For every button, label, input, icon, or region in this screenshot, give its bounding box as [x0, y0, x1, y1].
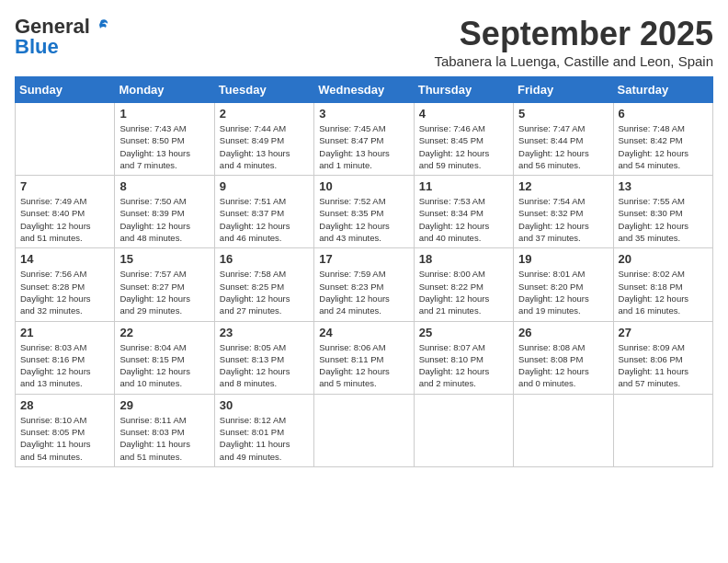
- day-number: 17: [319, 252, 408, 266]
- calendar-cell: 19Sunrise: 8:01 AMSunset: 8:20 PMDayligh…: [514, 248, 613, 321]
- day-info: Sunrise: 8:09 AMSunset: 8:06 PMDaylight:…: [619, 341, 708, 390]
- title-block: September 2025 Tabanera la Luenga, Casti…: [434, 15, 713, 69]
- day-number: 14: [20, 252, 109, 266]
- weekday-header-sunday: Sunday: [16, 77, 115, 103]
- day-info: Sunrise: 8:07 AMSunset: 8:10 PMDaylight:…: [419, 341, 508, 390]
- calendar-cell: 18Sunrise: 8:00 AMSunset: 8:22 PMDayligh…: [414, 248, 513, 321]
- logo-blue: Blue: [15, 35, 59, 59]
- day-info: Sunrise: 8:06 AMSunset: 8:11 PMDaylight:…: [319, 341, 408, 390]
- calendar-cell: 24Sunrise: 8:06 AMSunset: 8:11 PMDayligh…: [314, 321, 414, 394]
- day-info: Sunrise: 7:58 AMSunset: 8:25 PMDaylight:…: [220, 268, 309, 316]
- day-number: 18: [419, 252, 508, 266]
- calendar-cell: [514, 394, 613, 466]
- calendar-week-row: 21Sunrise: 8:03 AMSunset: 8:16 PMDayligh…: [16, 321, 713, 394]
- calendar-cell: 16Sunrise: 7:58 AMSunset: 8:25 PMDayligh…: [214, 248, 313, 321]
- calendar-cell: [16, 103, 115, 176]
- day-number: 16: [220, 252, 309, 266]
- day-info: Sunrise: 7:47 AMSunset: 8:44 PMDaylight:…: [518, 122, 608, 171]
- day-info: Sunrise: 7:43 AMSunset: 8:50 PMDaylight:…: [119, 122, 209, 171]
- day-number: 27: [619, 326, 708, 339]
- day-info: Sunrise: 7:51 AMSunset: 8:37 PMDaylight:…: [220, 195, 309, 244]
- day-number: 8: [119, 179, 209, 193]
- day-info: Sunrise: 7:48 AMSunset: 8:42 PMDaylight:…: [619, 122, 708, 171]
- weekday-header-wednesday: Wednesday: [314, 77, 414, 103]
- calendar-table: SundayMondayTuesdayWednesdayThursdayFrid…: [15, 76, 713, 467]
- calendar-cell: 9Sunrise: 7:51 AMSunset: 8:37 PMDaylight…: [214, 176, 313, 248]
- calendar-cell: 27Sunrise: 8:09 AMSunset: 8:06 PMDayligh…: [613, 321, 712, 394]
- day-number: 6: [619, 107, 708, 121]
- location-title: Tabanera la Luenga, Castille and Leon, S…: [434, 53, 713, 69]
- day-info: Sunrise: 7:44 AMSunset: 8:49 PMDaylight:…: [220, 122, 309, 171]
- day-number: 15: [119, 252, 209, 266]
- calendar-header-row: SundayMondayTuesdayWednesdayThursdayFrid…: [16, 77, 713, 103]
- day-info: Sunrise: 8:10 AMSunset: 8:05 PMDaylight:…: [20, 414, 109, 463]
- logo: General Blue: [15, 15, 110, 59]
- day-info: Sunrise: 7:59 AMSunset: 8:23 PMDaylight:…: [319, 268, 408, 316]
- calendar-cell: 22Sunrise: 8:04 AMSunset: 8:15 PMDayligh…: [115, 321, 214, 394]
- day-info: Sunrise: 7:57 AMSunset: 8:27 PMDaylight:…: [119, 268, 209, 316]
- calendar-cell: [613, 394, 712, 466]
- calendar-week-row: 14Sunrise: 7:56 AMSunset: 8:28 PMDayligh…: [16, 248, 713, 321]
- day-info: Sunrise: 7:52 AMSunset: 8:35 PMDaylight:…: [319, 195, 408, 244]
- day-info: Sunrise: 7:50 AMSunset: 8:39 PMDaylight:…: [119, 195, 209, 244]
- day-number: 21: [20, 326, 109, 339]
- day-number: 30: [220, 398, 309, 412]
- day-number: 5: [518, 107, 608, 121]
- day-number: 20: [619, 252, 708, 266]
- day-number: 19: [518, 252, 608, 266]
- month-title: September 2025: [434, 15, 713, 53]
- day-info: Sunrise: 8:00 AMSunset: 8:22 PMDaylight:…: [419, 268, 508, 316]
- day-number: 11: [419, 179, 508, 193]
- calendar-cell: 17Sunrise: 7:59 AMSunset: 8:23 PMDayligh…: [314, 248, 414, 321]
- calendar-cell: 25Sunrise: 8:07 AMSunset: 8:10 PMDayligh…: [414, 321, 513, 394]
- calendar-cell: [314, 394, 414, 466]
- calendar-week-row: 7Sunrise: 7:49 AMSunset: 8:40 PMDaylight…: [16, 176, 713, 248]
- calendar-cell: 20Sunrise: 8:02 AMSunset: 8:18 PMDayligh…: [613, 248, 712, 321]
- weekday-header-saturday: Saturday: [613, 77, 712, 103]
- weekday-header-friday: Friday: [514, 77, 613, 103]
- calendar-cell: 30Sunrise: 8:12 AMSunset: 8:01 PMDayligh…: [214, 394, 313, 466]
- day-number: 22: [119, 326, 209, 339]
- day-info: Sunrise: 8:12 AMSunset: 8:01 PMDaylight:…: [220, 414, 309, 463]
- day-info: Sunrise: 8:03 AMSunset: 8:16 PMDaylight:…: [20, 341, 109, 390]
- day-number: 7: [20, 179, 109, 193]
- day-info: Sunrise: 7:49 AMSunset: 8:40 PMDaylight:…: [20, 195, 109, 244]
- day-number: 9: [220, 179, 309, 193]
- day-info: Sunrise: 8:02 AMSunset: 8:18 PMDaylight:…: [619, 268, 708, 316]
- day-number: 24: [319, 326, 408, 339]
- calendar-cell: 28Sunrise: 8:10 AMSunset: 8:05 PMDayligh…: [16, 394, 115, 466]
- day-info: Sunrise: 8:01 AMSunset: 8:20 PMDaylight:…: [518, 268, 608, 316]
- day-number: 10: [319, 179, 408, 193]
- calendar-cell: 1Sunrise: 7:43 AMSunset: 8:50 PMDaylight…: [115, 103, 214, 176]
- calendar-cell: 8Sunrise: 7:50 AMSunset: 8:39 PMDaylight…: [115, 176, 214, 248]
- calendar-cell: 26Sunrise: 8:08 AMSunset: 8:08 PMDayligh…: [514, 321, 613, 394]
- day-info: Sunrise: 8:04 AMSunset: 8:15 PMDaylight:…: [119, 341, 209, 390]
- calendar-cell: 23Sunrise: 8:05 AMSunset: 8:13 PMDayligh…: [214, 321, 313, 394]
- calendar-cell: 13Sunrise: 7:55 AMSunset: 8:30 PMDayligh…: [613, 176, 712, 248]
- calendar-cell: 15Sunrise: 7:57 AMSunset: 8:27 PMDayligh…: [115, 248, 214, 321]
- calendar-week-row: 1Sunrise: 7:43 AMSunset: 8:50 PMDaylight…: [16, 103, 713, 176]
- day-info: Sunrise: 8:08 AMSunset: 8:08 PMDaylight:…: [518, 341, 608, 390]
- day-number: 29: [119, 398, 209, 412]
- day-number: 23: [220, 326, 309, 339]
- calendar-cell: 11Sunrise: 7:53 AMSunset: 8:34 PMDayligh…: [414, 176, 513, 248]
- day-number: 28: [20, 398, 109, 412]
- day-number: 26: [518, 326, 608, 339]
- day-info: Sunrise: 7:56 AMSunset: 8:28 PMDaylight:…: [20, 268, 109, 316]
- day-info: Sunrise: 7:45 AMSunset: 8:47 PMDaylight:…: [319, 122, 408, 171]
- calendar-cell: 12Sunrise: 7:54 AMSunset: 8:32 PMDayligh…: [514, 176, 613, 248]
- calendar-cell: 2Sunrise: 7:44 AMSunset: 8:49 PMDaylight…: [214, 103, 313, 176]
- day-info: Sunrise: 8:05 AMSunset: 8:13 PMDaylight:…: [220, 341, 309, 390]
- day-number: 2: [220, 107, 309, 121]
- day-info: Sunrise: 7:53 AMSunset: 8:34 PMDaylight:…: [419, 195, 508, 244]
- day-number: 4: [419, 107, 508, 121]
- calendar-cell: [414, 394, 513, 466]
- page-header: General Blue September 2025 Tabanera la …: [15, 15, 713, 69]
- day-number: 12: [518, 179, 608, 193]
- calendar-cell: 29Sunrise: 8:11 AMSunset: 8:03 PMDayligh…: [115, 394, 214, 466]
- calendar-cell: 7Sunrise: 7:49 AMSunset: 8:40 PMDaylight…: [16, 176, 115, 248]
- day-number: 1: [119, 107, 209, 121]
- calendar-week-row: 28Sunrise: 8:10 AMSunset: 8:05 PMDayligh…: [16, 394, 713, 466]
- day-number: 13: [619, 179, 708, 193]
- logo-bird-icon: [92, 17, 110, 36]
